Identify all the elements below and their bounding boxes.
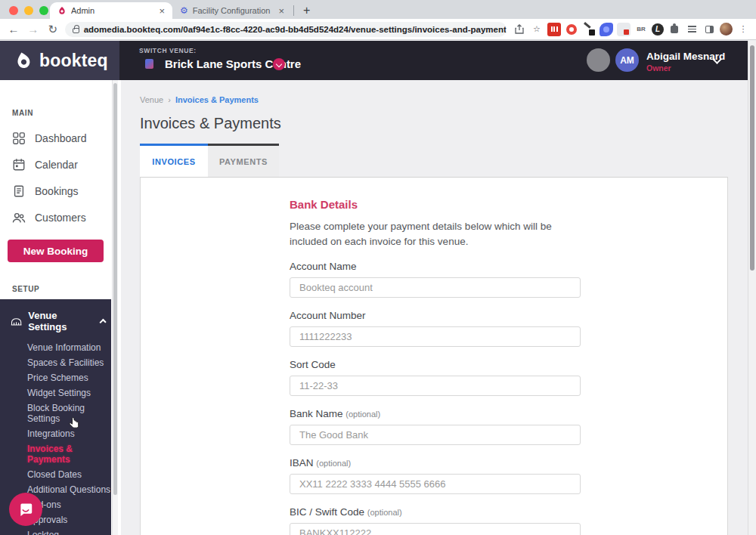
sidebar-item-closed-dates[interactable]: Closed Dates bbox=[0, 467, 111, 482]
venue-chevron-down-icon[interactable] bbox=[273, 58, 285, 70]
invoices-card: Bank Details Please complete your paymen… bbox=[140, 177, 728, 535]
field-sort-code: Sort Code bbox=[290, 359, 581, 396]
bookteq-favicon-icon bbox=[57, 6, 67, 15]
sort-code-input[interactable] bbox=[290, 376, 581, 396]
browser-toolbar: ← → ↻ adomedia.bookteq.com/0af94e1c-f8cc… bbox=[0, 19, 756, 40]
back-icon[interactable]: ← bbox=[6, 23, 21, 36]
side-panel-icon[interactable] bbox=[702, 23, 716, 36]
ext-chat-icon[interactable] bbox=[617, 23, 631, 36]
dashboard-icon bbox=[12, 131, 26, 145]
close-tab-icon[interactable]: × bbox=[159, 6, 165, 16]
account-name-input[interactable] bbox=[290, 277, 581, 298]
account-name-label: Account Name bbox=[290, 261, 357, 272]
traffic-lights bbox=[9, 6, 48, 15]
chevron-up-icon[interactable] bbox=[99, 319, 107, 326]
ext-grid-icon[interactable] bbox=[547, 23, 561, 36]
browser-tab-facility-configuration[interactable]: ⚙ Facility Configuration × bbox=[172, 2, 292, 19]
ext-onetab-icon[interactable] bbox=[565, 23, 578, 36]
sidebar-item-block-booking-settings[interactable]: Block Booking Settings bbox=[0, 400, 111, 426]
sidebar-item-label: Bookings bbox=[35, 185, 79, 197]
breadcrumb: Venue › Invoices & Payments bbox=[140, 95, 756, 104]
browser-tab-strip: Admin × ⚙ Facility Configuration × + bbox=[0, 0, 756, 19]
sidebar-scrollbar-thumb[interactable] bbox=[113, 83, 117, 495]
chat-launcher-button[interactable] bbox=[9, 493, 42, 526]
maximize-window-button[interactable] bbox=[39, 6, 48, 15]
sidebar-item-invoices-and-payments[interactable]: Invoices & Payments bbox=[0, 441, 111, 467]
sidebar-item-price-schemes[interactable]: Price Schemes bbox=[0, 370, 111, 385]
optional-suffix: (optional) bbox=[345, 410, 380, 419]
url-text: adomedia.bookteq.com/0af94e1c-f8cc-4220-… bbox=[84, 25, 507, 34]
new-tab-button[interactable]: + bbox=[299, 4, 314, 17]
minimize-window-button[interactable] bbox=[24, 6, 33, 15]
sidebar-section-setup: SETUP bbox=[12, 285, 121, 293]
bic-swift-input[interactable] bbox=[290, 523, 581, 535]
ext-l-icon[interactable]: L bbox=[652, 23, 664, 36]
extensions-puzzle-icon[interactable] bbox=[668, 23, 681, 36]
tab-payments[interactable]: PAYMENTS bbox=[208, 144, 279, 177]
venue-thumbnail-icon bbox=[145, 59, 153, 69]
user-avatar[interactable]: AM bbox=[615, 48, 639, 72]
extension-row: ☆ BR L ⋮ bbox=[513, 23, 750, 36]
window-scrollbar-thumb[interactable] bbox=[750, 45, 754, 271]
tab-invoices[interactable]: INVOICES bbox=[140, 144, 208, 177]
chrome-menu-icon[interactable]: ⋮ bbox=[736, 23, 750, 36]
reading-list-icon[interactable] bbox=[685, 23, 699, 36]
sidebar-section-main: MAIN bbox=[12, 109, 121, 117]
optional-suffix: (optional) bbox=[367, 508, 402, 517]
sidebar-item-label: Calendar bbox=[35, 159, 78, 171]
sidebar-item-venue-settings[interactable]: Venue Settings bbox=[0, 307, 111, 340]
chat-smile-icon bbox=[17, 501, 34, 518]
content-tabs: INVOICES PAYMENTS bbox=[140, 144, 756, 177]
logo-zone[interactable]: bookteq bbox=[0, 41, 119, 80]
field-account-name: Account Name bbox=[290, 261, 581, 298]
venue-logo-placeholder bbox=[587, 48, 610, 72]
user-role-badge: Owner bbox=[646, 63, 671, 73]
customers-icon bbox=[12, 211, 26, 224]
sidebar-item-widget-settings[interactable]: Widget Settings bbox=[0, 385, 111, 400]
chrome-profile-avatar[interactable] bbox=[720, 23, 733, 36]
close-tab-icon[interactable]: × bbox=[278, 6, 284, 16]
bank-name-input[interactable] bbox=[290, 425, 581, 445]
breadcrumb-parent[interactable]: Venue bbox=[140, 95, 163, 104]
breadcrumb-separator-icon: › bbox=[168, 95, 171, 104]
account-number-input[interactable] bbox=[290, 326, 581, 347]
app-header: bookteq SWITCH VENUE: Brick Lane Sports … bbox=[0, 41, 756, 80]
sidebar-item-bookings[interactable]: Bookings bbox=[0, 178, 121, 204]
venue-icon bbox=[11, 316, 22, 327]
bank-details-heading: Bank Details bbox=[290, 198, 581, 211]
ext-colorpicker-icon[interactable] bbox=[582, 23, 596, 36]
bookings-icon bbox=[12, 184, 26, 198]
field-iban: IBAN (optional) bbox=[290, 457, 581, 494]
address-bar[interactable]: adomedia.bookteq.com/0af94e1c-f8cc-4220-… bbox=[65, 22, 507, 37]
sidebar-item-venue-information[interactable]: Venue Information bbox=[0, 340, 111, 355]
sidebar-item-spaces-facilities[interactable]: Spaces & Facilities bbox=[0, 355, 111, 370]
ext-br-icon[interactable]: BR bbox=[634, 23, 648, 36]
sidebar-item-integrations[interactable]: Integrations bbox=[0, 426, 111, 441]
sidebar-item-lockteq[interactable]: Lockteq bbox=[0, 527, 111, 535]
switch-venue-label: SWITCH VENUE: bbox=[139, 47, 197, 54]
bookmark-star-icon[interactable]: ☆ bbox=[530, 23, 544, 36]
sidebar-item-calendar[interactable]: Calendar bbox=[0, 151, 121, 178]
field-account-number: Account Number bbox=[290, 310, 581, 347]
bookteq-logo-icon bbox=[14, 51, 33, 70]
iban-input[interactable] bbox=[290, 474, 581, 494]
sidebar-item-dashboard[interactable]: Dashboard bbox=[0, 125, 121, 151]
new-booking-button[interactable]: New Booking bbox=[8, 240, 104, 262]
bank-details-description: Please complete your payment details bel… bbox=[290, 219, 581, 249]
ext-burst-icon[interactable] bbox=[600, 23, 613, 36]
forward-icon[interactable]: → bbox=[26, 23, 41, 36]
browser-tab-admin[interactable]: Admin × bbox=[50, 2, 172, 19]
mouse-cursor bbox=[68, 416, 81, 434]
share-icon[interactable] bbox=[513, 23, 526, 36]
facility-favicon-icon: ⚙ bbox=[180, 6, 188, 15]
breadcrumb-current[interactable]: Invoices & Payments bbox=[175, 95, 259, 104]
page-title: Invoices & Payments bbox=[140, 115, 756, 132]
main-content: Venue › Invoices & Payments Invoices & P… bbox=[121, 80, 756, 535]
reload-icon[interactable]: ↻ bbox=[45, 23, 60, 36]
sort-code-label: Sort Code bbox=[290, 359, 336, 370]
sidebar-item-customers[interactable]: Customers bbox=[0, 204, 121, 230]
close-window-button[interactable] bbox=[9, 6, 18, 15]
field-bic-swift: BIC / Swift Code (optional) bbox=[290, 506, 581, 535]
bic-swift-label: BIC / Swift Code bbox=[290, 506, 364, 518]
sidebar: MAIN Dashboard Calendar Bookings Custome… bbox=[0, 80, 121, 535]
